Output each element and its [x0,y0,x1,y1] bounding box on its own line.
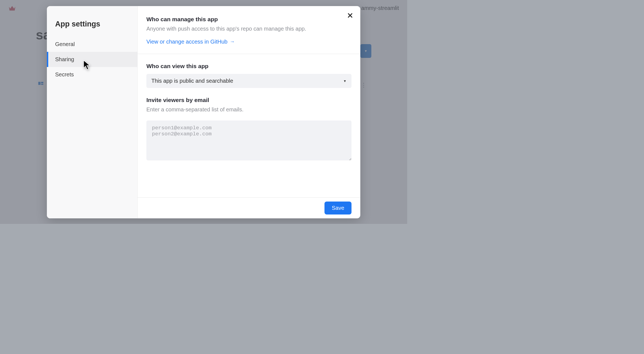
invite-section: Invite viewers by email Enter a comma-se… [146,97,351,162]
manage-subtext: Anyone with push access to this app's re… [146,25,351,33]
sidebar-item-label: Sharing [55,56,74,62]
sidebar-item-general[interactable]: General [47,37,137,52]
invite-emails-input[interactable] [146,120,351,160]
invite-heading: Invite viewers by email [146,97,351,103]
settings-modal: App settings General Sharing Secrets [47,6,360,218]
modal-content: Who can manage this app Anyone with push… [138,6,360,197]
close-icon [347,12,353,18]
caret-down-icon: ▼ [343,79,347,83]
manage-heading: Who can manage this app [146,16,351,23]
manage-section: Who can manage this app Anyone with push… [146,16,351,45]
close-button[interactable] [347,12,353,20]
modal-overlay: App settings General Sharing Secrets [0,0,407,224]
sidebar-item-label: Secrets [55,71,74,77]
invite-subtext: Enter a comma-separated list of emails. [146,106,351,113]
sidebar-item-secrets[interactable]: Secrets [47,67,137,82]
sidebar-item-label: General [55,41,75,47]
save-button[interactable]: Save [324,202,351,214]
link-text: View or change access in GitHub [146,39,227,45]
modal-main: Who can manage this app Anyone with push… [138,6,360,218]
sidebar-items: General Sharing Secrets [47,37,137,82]
modal-footer: Save [138,197,360,218]
modal-title: App settings [47,16,137,37]
view-section: Who can view this app This app is public… [146,63,351,88]
visibility-selected-value: This app is public and searchable [151,78,233,84]
visibility-select[interactable]: This app is public and searchable ▼ [146,74,351,88]
github-access-link[interactable]: View or change access in GitHub → [146,39,235,45]
modal-sidebar: App settings General Sharing Secrets [47,6,138,218]
sidebar-item-sharing[interactable]: Sharing [47,52,137,67]
arrow-right-icon: → [230,39,235,45]
view-heading: Who can view this app [146,63,351,69]
section-divider [138,54,360,54]
